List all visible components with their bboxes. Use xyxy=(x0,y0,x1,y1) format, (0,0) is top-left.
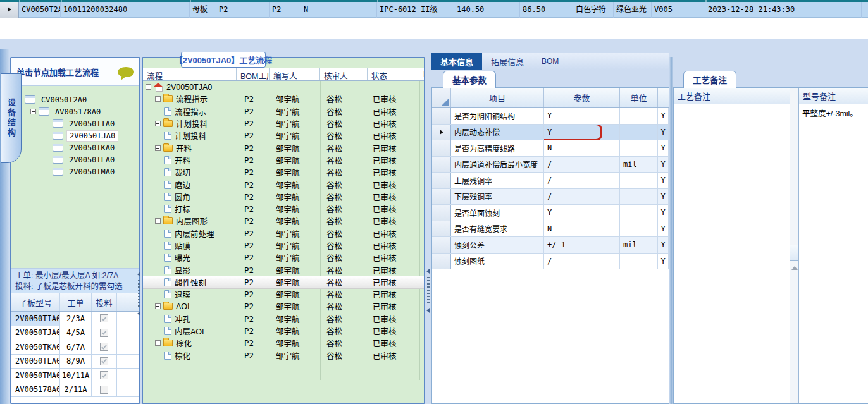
param-row[interactable]: 是否有缝宽要求 N Y xyxy=(432,221,669,238)
expander-icon[interactable] xyxy=(155,145,161,151)
subboard-row[interactable]: 2V0050TKA0 6/7A xyxy=(11,340,139,355)
param-value[interactable]: / xyxy=(544,254,620,269)
flow-col-header[interactable]: 状态 xyxy=(368,68,419,80)
flow-row[interactable]: 内层前处理 P2 邹宇航 谷松 已审核 xyxy=(143,228,424,240)
top-grid-row[interactable]: CV0050T2A010011200032480母板P2P2NIPC-6012 … xyxy=(0,2,868,18)
param-row[interactable]: 是否为高精度线路 N Y xyxy=(432,140,669,157)
param-value[interactable]: N xyxy=(544,140,620,156)
param-value[interactable]: / xyxy=(544,173,620,188)
device-tree-item[interactable]: CV0050T2A0 xyxy=(11,94,139,106)
feed-checkbox[interactable] xyxy=(100,357,108,365)
flow-row[interactable]: 流程指示 P2 邹宇航 谷松 已审核 xyxy=(143,93,424,105)
flow-col-header[interactable]: 流程 xyxy=(143,68,237,80)
param-table: 项目 参数 单位 是否为阴阳铜结构 Y Y 内层动态补偿 Y Y 是否为高精度线… xyxy=(431,87,669,404)
flow-status: 已审核 xyxy=(368,264,419,276)
flow-row[interactable]: 2V0050TJA0 xyxy=(143,81,424,93)
expander-icon[interactable] xyxy=(155,340,161,346)
param-flag: Y xyxy=(658,254,669,269)
param-value[interactable]: / xyxy=(544,189,620,205)
flow-row[interactable]: 圆角 P2 邹宇航 谷松 已审核 xyxy=(143,191,424,203)
col-header-item[interactable]: 项目 xyxy=(451,88,544,107)
param-value[interactable]: +/-1 xyxy=(544,237,620,253)
flow-row[interactable]: 贴膜 P2 邹宇航 谷松 已审核 xyxy=(143,240,424,252)
center-splitter[interactable] xyxy=(426,269,430,313)
expander-icon[interactable] xyxy=(146,84,151,90)
feed-checkbox[interactable] xyxy=(100,371,108,379)
flow-col-header[interactable]: BOM工厂 xyxy=(237,68,270,80)
param-row[interactable]: 是否为阴阳铜结构 Y Y xyxy=(432,108,669,125)
feed-checkbox[interactable] xyxy=(100,314,108,322)
flow-row[interactable]: 曝光 P2 邹宇航 谷松 已审核 xyxy=(143,252,424,264)
device-tree-item[interactable]: 2V0050TJA0 xyxy=(11,130,139,142)
col-header-feed[interactable]: 投料 xyxy=(92,293,117,311)
model-remark-content[interactable]: 平整度+/-3mil。 xyxy=(799,104,868,403)
param-value[interactable]: N xyxy=(544,221,620,237)
subboard-row[interactable]: AV005178A0 2/11A xyxy=(11,383,139,398)
subboard-row[interactable]: 2V0050TIA0 2/3A xyxy=(11,312,139,326)
process-remark-content[interactable] xyxy=(674,104,790,403)
param-row[interactable]: 是否单面蚀刻 Y Y xyxy=(432,205,669,221)
col-header-model[interactable]: 子板型号 xyxy=(11,293,60,311)
flow-row[interactable]: 棕化 P2 邹宇航 谷松 已审核 xyxy=(143,337,424,349)
flow-row[interactable]: 开料 P2 邹宇航 谷松 已审核 xyxy=(143,154,424,166)
device-tree-item[interactable]: 2V0050TMA0 xyxy=(11,166,139,178)
flow-row[interactable]: 棕化 P2 邹宇航 谷松 已审核 xyxy=(143,350,424,362)
device-tree-item[interactable]: 2V0050TIA0 xyxy=(11,118,139,130)
param-row[interactable]: 蚀刻图纸 / Y xyxy=(432,254,669,270)
flow-row[interactable]: 退膜 P2 邹宇航 谷松 已审核 xyxy=(143,288,424,300)
flow-row[interactable]: 内层AOI P2 邹宇航 谷松 已审核 xyxy=(143,325,424,337)
tab-拓展信息[interactable]: 拓展信息 xyxy=(482,53,533,70)
device-tree-item[interactable]: AV005178A0 xyxy=(11,106,139,118)
tab-basic-params[interactable]: 基本参数 xyxy=(443,71,496,88)
param-row[interactable]: 上层残铜率 / Y xyxy=(432,173,669,189)
expander-icon[interactable] xyxy=(155,96,161,102)
flow-col-header[interactable]: 编写人 xyxy=(270,68,320,80)
param-value[interactable]: Y xyxy=(544,205,620,221)
flow-row[interactable]: 内层图形 P2 邹宇航 谷松 已审核 xyxy=(143,215,424,227)
expander-icon[interactable] xyxy=(30,109,36,114)
param-row[interactable]: 下层残铜率 / Y xyxy=(432,189,669,205)
flow-row[interactable]: 开料 P2 邹宇航 谷松 已审核 xyxy=(143,142,424,154)
subboard-row[interactable]: 2V0050TMA0 10/11A xyxy=(11,369,139,383)
expander-icon[interactable] xyxy=(155,121,161,126)
flow-row[interactable]: 流程指示 P2 邹宇航 谷松 已审核 xyxy=(143,106,424,118)
flow-row[interactable]: 计划投料 P2 邹宇航 谷松 已审核 xyxy=(143,118,424,130)
flow-row[interactable]: 打标 P2 邹宇航 谷松 已审核 xyxy=(143,203,424,215)
remark-scrollbar[interactable] xyxy=(790,88,799,403)
param-value[interactable]: Y xyxy=(544,108,620,124)
flow-status: 已审核 xyxy=(368,166,419,178)
col-header-param[interactable]: 参数 xyxy=(544,88,620,107)
flow-row[interactable]: 裁切 P2 邹宇航 谷松 已审核 xyxy=(143,166,424,178)
flow-row[interactable]: 磨边 P2 邹宇航 谷松 已审核 xyxy=(143,178,424,190)
expander-icon[interactable] xyxy=(155,303,161,309)
subboard-row[interactable]: 2V0050TJA0 4/5A xyxy=(11,326,139,341)
device-tree-item[interactable]: 2V0050TLA0 xyxy=(11,154,139,166)
tab-基本信息[interactable]: 基本信息 xyxy=(431,53,482,70)
param-row[interactable]: 蚀刻公差 +/-1 mil Y xyxy=(432,237,669,254)
param-flag: Y xyxy=(658,173,669,188)
flow-row[interactable]: 显影 P2 邹宇航 谷松 已审核 xyxy=(143,264,424,276)
tab-device-structure[interactable]: 设备结构 xyxy=(1,73,22,163)
col-header-order[interactable]: 工单 xyxy=(60,293,92,311)
flow-row[interactable]: 冲孔 P2 邹宇航 谷松 已审核 xyxy=(143,313,424,325)
param-value[interactable]: / xyxy=(544,157,620,173)
flow-row[interactable]: 计划投料 P2 邹宇航 谷松 已审核 xyxy=(143,130,424,142)
param-corner-cell[interactable] xyxy=(432,88,451,107)
feed-checkbox[interactable] xyxy=(100,329,108,337)
left-panel-splitter[interactable] xyxy=(137,272,141,316)
param-row[interactable]: 内层动态补偿 Y Y xyxy=(432,125,669,141)
flow-row[interactable]: 酸性蚀刻 P2 邹宇航 谷松 已审核 xyxy=(143,276,424,288)
flow-row[interactable]: AOI P2 邹宇航 谷松 已审核 xyxy=(143,300,424,312)
device-tree-item[interactable]: 2V0050TKA0 xyxy=(11,142,139,154)
col-header-unit[interactable]: 单位 xyxy=(620,88,658,107)
feed-checkbox[interactable] xyxy=(100,386,108,394)
flow-col-header[interactable]: 核审人 xyxy=(320,68,368,80)
param-value[interactable]: Y xyxy=(544,125,620,140)
tab-bom[interactable]: BOM xyxy=(533,53,567,70)
tab-process-remark[interactable]: 工艺备注 xyxy=(683,71,736,88)
scroll-up-icon[interactable] xyxy=(791,266,798,270)
feed-checkbox[interactable] xyxy=(100,343,108,351)
subboard-row[interactable]: 2V0050TLA0 8/9A xyxy=(11,355,139,369)
expander-icon[interactable] xyxy=(155,218,161,224)
param-row[interactable]: 内层通道补偿后最小宽度 / mil Y xyxy=(432,157,669,173)
